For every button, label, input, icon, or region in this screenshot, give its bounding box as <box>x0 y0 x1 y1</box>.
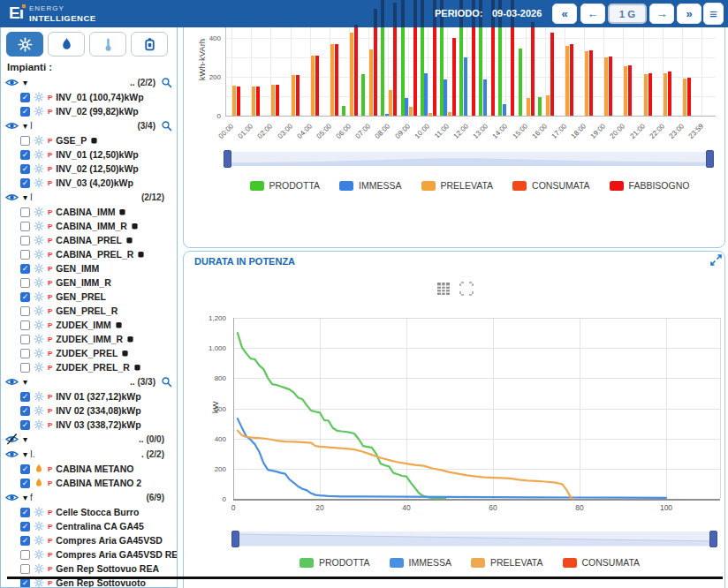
menu-button[interactable]: ≡ <box>703 3 724 25</box>
search-icon[interactable] <box>161 376 172 388</box>
item-checkbox[interactable] <box>20 136 30 146</box>
search-icon[interactable] <box>161 77 172 88</box>
legend-item-prodotta[interactable]: PRODOTTA <box>300 557 370 568</box>
chevron-down-icon[interactable]: ▾ <box>23 493 27 502</box>
bar-prelevata <box>428 113 432 116</box>
item-checkbox[interactable] <box>20 207 30 217</box>
item-checkbox[interactable]: ✓ <box>20 178 30 188</box>
slider-handle-right[interactable] <box>709 531 717 547</box>
chevron-down-icon[interactable]: ▾ <box>23 377 27 387</box>
eye-icon[interactable] <box>5 375 19 388</box>
item-checkbox[interactable] <box>20 278 30 288</box>
eye-slash-icon <box>5 433 19 446</box>
slider-handle-left[interactable] <box>231 531 239 547</box>
bar-fabbisogno <box>687 78 691 116</box>
item-checkbox[interactable]: ✓ <box>20 536 30 546</box>
item-checkbox[interactable]: ✓ <box>20 392 30 402</box>
item-checkbox[interactable]: ✓ <box>20 292 30 302</box>
item-checkbox[interactable] <box>20 363 30 373</box>
sun-icon <box>34 249 44 260</box>
eye-icon[interactable] <box>5 191 19 204</box>
eye-icon[interactable] <box>5 491 19 504</box>
nav-first-button[interactable]: « <box>552 4 577 24</box>
legend-item-immessa[interactable]: IMMESSA <box>390 557 451 568</box>
item-checkbox[interactable]: ✓ <box>20 93 30 102</box>
power-type-mark: P <box>48 537 52 545</box>
chevron-down-icon[interactable]: ▾ <box>23 449 27 459</box>
chevron-down-icon[interactable]: ▾ <box>23 121 27 131</box>
toolbar-electric-button[interactable] <box>6 32 43 57</box>
item-checkbox[interactable] <box>20 550 30 560</box>
item-checkbox[interactable]: ✓ <box>20 406 30 416</box>
toolbar-tank-button[interactable] <box>131 32 168 57</box>
item-checkbox[interactable]: ✓ <box>20 479 30 488</box>
item-checkbox[interactable]: ✓ <box>20 522 30 531</box>
item-checkbox[interactable] <box>20 222 30 231</box>
chevron-down-icon[interactable]: ▾ <box>23 192 27 202</box>
item-checkbox[interactable]: ✓ <box>20 264 30 274</box>
sun-icon <box>34 149 44 160</box>
table-view-icon[interactable] <box>436 282 451 296</box>
legend-item-consumata[interactable]: CONSUMATA <box>512 180 590 191</box>
item-label: CABINA_PREL <box>56 235 122 245</box>
power-type-mark: P <box>48 465 52 473</box>
item-checkbox[interactable]: ✓ <box>20 578 30 588</box>
legend-item-prelevata[interactable]: PRELEVATA <box>471 557 543 568</box>
item-checkbox[interactable] <box>20 306 30 316</box>
item-checkbox[interactable]: ✓ <box>20 150 30 160</box>
power-type-mark: P <box>48 108 52 116</box>
item-label: CABINA METANO <box>56 464 133 474</box>
eye-icon[interactable] <box>5 448 19 461</box>
eye-icon[interactable] <box>5 76 19 89</box>
sun-icon <box>34 291 44 302</box>
range-slider-top[interactable] <box>225 152 714 166</box>
item-checkbox[interactable]: ✓ <box>20 420 30 430</box>
chevron-down-icon[interactable]: ▾ <box>23 78 27 87</box>
item-checkbox[interactable] <box>20 564 30 574</box>
eye-slash-icon[interactable] <box>5 433 19 446</box>
range-selector-button[interactable]: 1 G <box>608 4 647 24</box>
legend-item-prodotta[interactable]: PRODOTTA <box>250 180 321 191</box>
tree-item: PGSE_P <box>1 133 177 147</box>
toolbar-temperature-button[interactable] <box>89 32 126 57</box>
item-checkbox[interactable]: ✓ <box>20 508 30 517</box>
chevron-down-icon[interactable]: ▾ <box>23 434 27 444</box>
slider-handle-left[interactable] <box>224 150 231 168</box>
toolbar-gas-button[interactable] <box>48 32 85 57</box>
nav-last-button[interactable]: » <box>677 4 701 24</box>
expand-icon[interactable] <box>710 254 722 266</box>
legend-item-immessa[interactable]: IMMESSA <box>339 180 401 191</box>
sun-icon <box>34 235 44 245</box>
x-axis-tick: 0 <box>220 503 246 512</box>
legend-item-consumata[interactable]: CONSUMATA <box>563 557 641 568</box>
slider-handle-right[interactable] <box>706 150 714 168</box>
bar-immessa <box>483 79 487 116</box>
electric-icon <box>18 37 33 52</box>
item-checkbox[interactable] <box>20 320 30 330</box>
eye-icon[interactable] <box>5 119 19 132</box>
range-slider-bottom[interactable] <box>233 531 717 547</box>
item-checkbox[interactable] <box>20 349 30 358</box>
power-type-mark: P <box>48 321 52 329</box>
legend-item-prelevata[interactable]: PRELEVATA <box>421 180 494 191</box>
database-icon <box>90 137 98 145</box>
eye-icon <box>5 191 19 204</box>
item-checkbox[interactable]: ✓ <box>20 107 30 117</box>
legend-label: PRODOTTA <box>269 180 321 191</box>
item-checkbox[interactable]: ✓ <box>20 164 30 174</box>
power-type-mark: P <box>48 293 52 301</box>
legend-item-fabbisogno[interactable]: FABBISOGNO <box>610 180 690 191</box>
item-checkbox[interactable] <box>20 236 30 245</box>
sun-icon <box>34 305 44 316</box>
nav-prev-button[interactable]: ← <box>580 4 605 24</box>
fullscreen-icon[interactable] <box>459 282 474 296</box>
legend-swatch <box>471 558 485 568</box>
item-label: ZUDEK_PREL <box>56 348 118 358</box>
item-checkbox[interactable]: ✓ <box>20 464 30 474</box>
item-checkbox[interactable] <box>20 335 30 344</box>
item-checkbox[interactable] <box>20 250 30 260</box>
nav-next-button[interactable]: → <box>649 4 674 24</box>
search-icon[interactable] <box>161 120 172 132</box>
tree-item: PZUDEK_IMM_R <box>1 332 177 346</box>
tree-item: PGen Rep Sottovuo REA <box>1 562 177 576</box>
